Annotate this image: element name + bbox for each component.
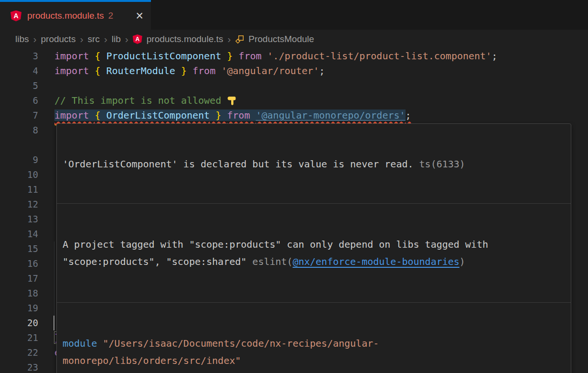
line-number[interactable]: 6 [0, 93, 38, 108]
hover-popup: 'OrderListComponent' is declared but its… [56, 123, 571, 373]
token: { [95, 50, 106, 62]
divider [57, 302, 571, 303]
hover-module-keyword: module [63, 338, 97, 349]
token: import [54, 110, 95, 121]
line-number[interactable]: 5 [0, 78, 38, 93]
close-icon[interactable]: × [136, 11, 143, 21]
hover-ts-source [414, 158, 419, 170]
breadcrumb-item-symbol[interactable]: ProductsModule [235, 34, 314, 44]
code-editor[interactable]: 3import { ProductListComponent } from '.… [0, 49, 588, 373]
squiggle-error: import { OrderListComponent } from '@ang… [54, 110, 411, 121]
token: '@angular/router' [221, 65, 319, 77]
chevron-right-icon: › [125, 33, 128, 45]
hover-ts-message: 'OrderListComponent' is declared but its… [63, 158, 414, 170]
token: ; [319, 65, 325, 77]
line-number[interactable]: 11 [0, 182, 38, 197]
line-number[interactable]: 19 [0, 301, 38, 316]
code-line-content: import { RouterModule } from '@angular/r… [54, 64, 325, 78]
tab-title: products.module.ts [27, 11, 104, 21]
line-number[interactable]: 10 [0, 167, 38, 182]
breadcrumb-item-src[interactable]: src [87, 34, 99, 44]
hover-module-path1: "/Users/isaac/Documents/code/nx-recipes/… [97, 338, 379, 349]
line-number[interactable]: 4 [0, 64, 38, 78]
line-number[interactable]: 18 [0, 286, 38, 301]
code-line[interactable]: 3import { ProductListComponent } from '.… [0, 49, 588, 64]
line-number[interactable]: 16 [0, 256, 38, 271]
tab-products-module[interactable]: A products.module.ts 2 × [0, 0, 151, 30]
line-number[interactable]: 13 [0, 212, 38, 227]
breadcrumb-item-products[interactable]: products [41, 34, 76, 44]
line-number[interactable]: 23 [0, 360, 38, 373]
code-line-content: import { ProductListComponent } from './… [54, 49, 497, 64]
code-line-content: // This import is not allowed [54, 93, 237, 108]
token: } [221, 50, 238, 62]
hover-eslint-line2: "scope:products", "scope:shared" [63, 256, 252, 267]
indent-guide [54, 256, 54, 271]
token: OrderListComponent [106, 110, 210, 121]
hover-ts-code: ts(6133) [419, 158, 465, 170]
token: { [95, 110, 106, 121]
chevron-right-icon: › [33, 33, 37, 45]
line-number[interactable]: 21 [0, 330, 38, 345]
token: ; [406, 110, 411, 121]
code-line[interactable]: 7import { OrderListComponent } from '@an… [0, 108, 588, 123]
token: from [192, 65, 221, 77]
token: import [54, 50, 95, 62]
token: } [175, 65, 192, 77]
code-line[interactable]: 4import { RouterModule } from '@angular/… [0, 64, 588, 78]
active-indent-guide [53, 316, 54, 330]
token: import [54, 65, 95, 77]
token: ProductListComponent [106, 50, 221, 62]
breadcrumb-file-label: products.module.ts [147, 34, 224, 44]
token: from [238, 50, 267, 62]
code-area: 3import { ProductListComponent } from '.… [0, 49, 588, 373]
line-number[interactable]: 22 [0, 345, 38, 360]
eslint-rule-link[interactable]: @nx/enforce-module-boundaries [293, 256, 460, 267]
breadcrumb-item-libs[interactable]: libs [15, 34, 29, 44]
code-line[interactable]: 6// This import is not allowed [0, 93, 588, 108]
squiggle-warning: import { OrderListComponent } from '@ang… [54, 110, 411, 121]
divider [57, 203, 571, 204]
angular-icon: A [133, 34, 142, 44]
tab-problems-badge: 2 [108, 11, 114, 21]
hover-eslint-source: eslint( [252, 256, 292, 267]
breadcrumb: libs › products › src › lib › A products… [0, 30, 588, 49]
chevron-right-icon: › [104, 33, 107, 45]
breadcrumb-item-lib[interactable]: lib [112, 34, 121, 44]
breadcrumb-symbol-label: ProductsModule [248, 34, 314, 44]
line-number[interactable]: 9 [0, 153, 38, 167]
hover-module-path2: monorepo/libs/orders/src/index" [63, 355, 241, 366]
line-number[interactable]: 12 [0, 197, 38, 212]
hover-eslint-source-close: ) [460, 256, 465, 267]
hover-eslint-line1: A project tagged with "scope:products" c… [63, 239, 488, 250]
indent-guide [54, 241, 54, 256]
code-line[interactable]: 5 [0, 78, 588, 93]
token: RouterModule [106, 65, 175, 77]
class-symbol-icon [235, 35, 244, 44]
chevron-right-icon: › [227, 33, 231, 45]
indent-guide [54, 286, 54, 301]
angular-icon: A [11, 11, 21, 22]
token: './product-list/product-list.component' [267, 50, 492, 62]
indent-guide [54, 271, 54, 286]
line-number[interactable]: 7 [0, 108, 38, 123]
hover-ts-diagnostic: 'OrderListComponent' is declared but its… [57, 154, 571, 174]
indent-guide [54, 301, 54, 316]
code-line-content: import { OrderListComponent } from '@ang… [54, 108, 411, 123]
token: '@angular-monorepo/orders' [256, 110, 405, 121]
line-number[interactable]: 17 [0, 271, 38, 286]
line-number[interactable]: 15 [0, 241, 38, 256]
line-number[interactable]: 20 [0, 316, 38, 330]
token: ; [492, 50, 497, 62]
token: { [95, 65, 106, 77]
tab-bar: A products.module.ts 2 × [0, 0, 588, 30]
line-number[interactable]: 14 [0, 227, 38, 241]
hover-module-info: module "/Users/isaac/Documents/code/nx-r… [57, 332, 571, 372]
pointing-down-emoji [227, 95, 237, 106]
line-number[interactable]: 8 [0, 123, 38, 138]
token: from [227, 110, 256, 121]
line-number[interactable]: 3 [0, 49, 38, 64]
breadcrumb-item-file[interactable]: A products.module.ts [133, 34, 224, 44]
token: } [210, 110, 227, 121]
hover-eslint-diagnostic: A project tagged with "scope:products" c… [57, 233, 571, 273]
